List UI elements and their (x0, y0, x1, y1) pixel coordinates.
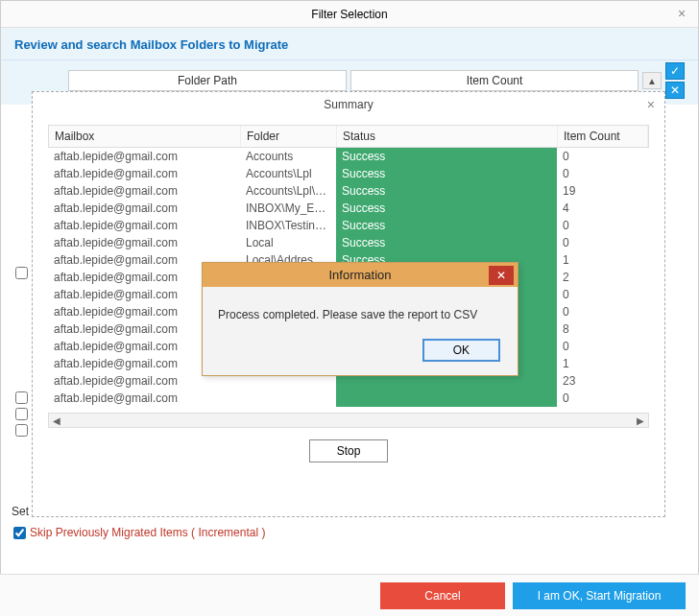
window-titlebar: Filter Selection × (1, 1, 698, 28)
cell-folder: INBOX\My_Emails (240, 201, 336, 215)
cell-count: 19 (557, 184, 649, 198)
row-checkbox[interactable] (15, 267, 28, 279)
cell-status (336, 390, 557, 407)
cell-mailbox: aftab.lepide@gmail.com (48, 374, 240, 388)
cell-count: 1 (557, 253, 649, 267)
summary-close-icon[interactable]: × (647, 97, 655, 112)
filter-selection-window: Filter Selection × Review and search Mai… (0, 0, 699, 616)
cell-count: 0 (557, 150, 649, 163)
cell-folder: Accounts (240, 150, 336, 163)
information-dialog: Information ✕ Process completed. Please … (202, 262, 518, 376)
cell-count: 1 (557, 357, 649, 370)
info-message: Process completed. Please save the repor… (203, 287, 518, 335)
skip-label: Skip Previously Migrated Items ( Increme… (30, 526, 265, 539)
row-checkbox[interactable] (15, 391, 28, 404)
scroll-right-icon[interactable]: ▶ (637, 415, 644, 426)
column-folder-path[interactable]: Folder Path (68, 70, 347, 91)
header-status[interactable]: Status (337, 126, 558, 147)
header-folder[interactable]: Folder (241, 126, 337, 147)
cell-status: Success (336, 182, 557, 200)
cell-mailbox: aftab.lepide@gmail.com (48, 150, 240, 163)
cell-status: Success (336, 200, 557, 217)
cell-count: 0 (557, 236, 649, 249)
cell-status: Success (336, 234, 557, 251)
close-icon[interactable]: × (673, 5, 690, 22)
table-row[interactable]: aftab.lepide@gmail.comINBOX\My_EmailsSuc… (48, 200, 649, 217)
column-item-count[interactable]: Item Count (350, 70, 639, 91)
window-title: Filter Selection (311, 8, 387, 21)
cell-status: Success (336, 165, 557, 182)
row-checkbox[interactable] (15, 424, 28, 437)
cell-count: 0 (557, 167, 649, 180)
check-all-icon[interactable]: ✓ (665, 62, 685, 80)
cell-count: 0 (557, 305, 649, 319)
left-checkbox-group (15, 267, 28, 279)
stop-button[interactable]: Stop (309, 439, 389, 462)
cell-status: Success (336, 148, 557, 165)
table-row[interactable]: aftab.lepide@gmail.comAccounts\LplSucces… (48, 165, 649, 182)
cell-folder: Accounts\Lpl\N... (240, 184, 336, 198)
cell-mailbox: aftab.lepide@gmail.com (48, 184, 240, 198)
page-subtitle: Review and search Mailbox Folders to Mig… (1, 28, 698, 60)
cell-status: Success (336, 217, 557, 234)
info-title: Information (328, 268, 391, 282)
cell-count: 2 (557, 271, 649, 284)
header-item-count[interactable]: Item Count (558, 126, 648, 147)
horizontal-scrollbar[interactable]: ◀ ▶ (48, 413, 649, 428)
uncheck-all-icon[interactable]: ✕ (665, 82, 685, 99)
table-row[interactable]: aftab.lepide@gmail.comINBOX\Testing MSuc… (48, 217, 649, 234)
start-migration-button[interactable]: I am OK, Start Migration (513, 582, 686, 609)
cell-mailbox: aftab.lepide@gmail.com (48, 391, 240, 405)
footer-bar: Cancel I am OK, Start Migration (0, 574, 699, 616)
cell-count: 0 (557, 288, 649, 301)
cell-count: 0 (557, 391, 649, 405)
info-titlebar: Information ✕ (203, 263, 518, 287)
scroll-up-icon[interactable]: ▲ (642, 72, 662, 89)
cell-mailbox: aftab.lepide@gmail.com (48, 219, 240, 232)
cancel-button[interactable]: Cancel (380, 582, 505, 609)
cell-count: 0 (557, 219, 649, 232)
summary-header-row: Mailbox Folder Status Item Count (48, 125, 649, 148)
cell-mailbox: aftab.lepide@gmail.com (48, 167, 240, 180)
summary-title: Summary (324, 98, 373, 111)
table-row[interactable]: aftab.lepide@gmail.comAccountsSuccess0 (48, 148, 649, 165)
cell-folder: Local (240, 236, 336, 249)
table-row[interactable]: aftab.lepide@gmail.comAccounts\Lpl\N...S… (48, 182, 649, 200)
skip-previously-migrated-row: Skip Previously Migrated Items ( Increme… (13, 526, 265, 539)
cell-count: 4 (557, 201, 649, 215)
table-row[interactable]: aftab.lepide@gmail.comLocalSuccess0 (48, 234, 649, 251)
row-checkbox[interactable] (15, 408, 28, 420)
cell-mailbox: aftab.lepide@gmail.com (48, 201, 240, 215)
table-row[interactable]: aftab.lepide@gmail.com0 (48, 390, 649, 407)
cell-mailbox: aftab.lepide@gmail.com (48, 236, 240, 249)
left-checkbox-group-2 (15, 391, 28, 437)
header-mailbox[interactable]: Mailbox (49, 126, 241, 147)
cell-folder: Accounts\Lpl (240, 167, 336, 180)
skip-checkbox[interactable] (13, 527, 26, 539)
ok-button[interactable]: OK (422, 339, 500, 362)
summary-title-bar: Summary × (33, 92, 664, 117)
info-close-icon[interactable]: ✕ (489, 266, 514, 285)
settings-label: Set (12, 505, 29, 518)
cell-count: 23 (557, 374, 649, 388)
cell-folder: INBOX\Testing M (240, 219, 336, 232)
cell-count: 0 (557, 340, 649, 353)
cell-count: 8 (557, 322, 649, 336)
scroll-left-icon[interactable]: ◀ (53, 415, 60, 426)
